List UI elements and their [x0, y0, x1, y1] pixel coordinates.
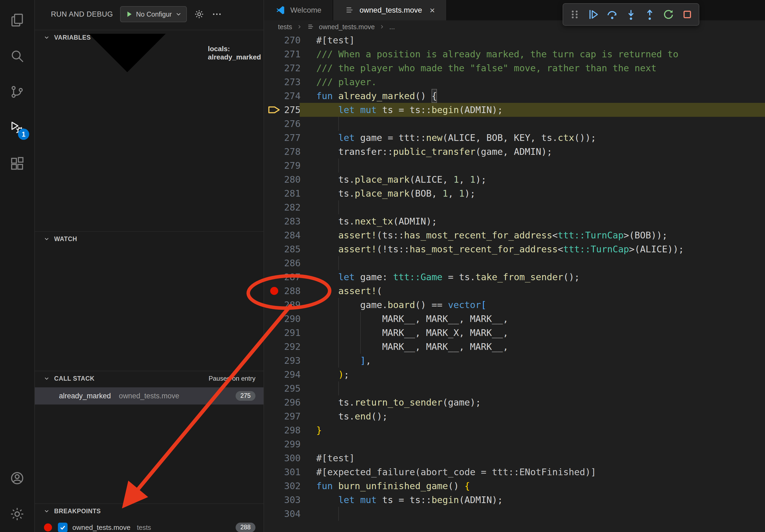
gutter-glyph-margin[interactable] [264, 507, 284, 521]
line-number[interactable]: 295 [284, 382, 300, 396]
gutter-glyph-margin[interactable] [264, 270, 284, 284]
line-number[interactable]: 273 [284, 75, 300, 89]
gutter-glyph-margin[interactable] [264, 451, 284, 465]
code-line-content[interactable]: ts.return_to_sender(game); [300, 396, 765, 409]
breakpoints-section-header[interactable]: BREAKPOINTS [35, 503, 264, 518]
line-number[interactable]: 282 [284, 200, 300, 214]
code-line-content[interactable]: ts.next_tx(ADMIN); [300, 214, 765, 228]
gutter-glyph-margin[interactable] [264, 298, 284, 312]
gutter-glyph-margin[interactable] [264, 312, 284, 326]
search-icon[interactable] [0, 38, 35, 74]
line-number[interactable]: 298 [284, 423, 300, 437]
code-line-content[interactable]: /// player. [300, 75, 765, 89]
gutter-glyph-margin[interactable] [264, 158, 284, 172]
code-line-content[interactable]: assert!(!ts::has_most_recent_for_address… [300, 242, 765, 256]
code-line-content[interactable]: fun burn_unfinished_game() { [300, 479, 765, 493]
line-number[interactable]: 284 [284, 228, 300, 242]
line-number[interactable]: 296 [284, 396, 300, 409]
code-line-content[interactable]: ts.place_mark(ALICE, 1, 1); [300, 172, 765, 186]
gutter-glyph-margin[interactable] [264, 145, 284, 158]
code-line-content[interactable] [300, 437, 765, 451]
gutter-glyph-margin[interactable] [264, 284, 284, 298]
line-number[interactable]: 281 [284, 186, 300, 200]
stop-icon[interactable] [678, 6, 696, 23]
line-number[interactable]: 290 [284, 312, 300, 326]
more-actions-icon[interactable] [212, 9, 222, 20]
run-and-debug-icon[interactable]: 1 [0, 110, 35, 146]
code-line-content[interactable]: #[expected_failure(abort_code = ttt::ENo… [300, 465, 765, 479]
code-line-content[interactable]: } [300, 423, 765, 437]
tab-owned-tests-move[interactable]: owned_tests.move × [333, 0, 446, 20]
line-number[interactable]: 285 [284, 242, 300, 256]
accounts-icon[interactable] [0, 460, 35, 496]
step-into-icon[interactable] [622, 6, 640, 23]
gutter-glyph-margin[interactable] [264, 214, 284, 228]
code-line-content[interactable]: MARK__, MARK_X, MARK__, [300, 326, 765, 340]
gutter-glyph-margin[interactable] [264, 89, 284, 103]
gutter-glyph-margin[interactable] [264, 200, 284, 214]
code-line-content[interactable]: game.board() == vector[ [300, 298, 765, 312]
gutter-glyph-margin[interactable] [264, 47, 284, 61]
gutter-glyph-margin[interactable] [264, 396, 284, 409]
gutter-glyph-margin[interactable] [264, 479, 284, 493]
toolbar-drag-handle[interactable] [566, 6, 583, 23]
line-number[interactable]: 271 [284, 47, 300, 61]
step-out-icon[interactable] [641, 6, 659, 23]
code-line-content[interactable]: #[test] [300, 33, 765, 47]
gutter-glyph-margin[interactable] [264, 172, 284, 186]
code-line-content[interactable]: let game: ttt::Game = ts.take_from_sende… [300, 270, 765, 284]
line-number[interactable]: 279 [284, 158, 300, 172]
watch-section-header[interactable]: WATCH [35, 231, 264, 246]
line-number[interactable]: 280 [284, 172, 300, 186]
breadcrumb-file[interactable]: owned_tests.move [319, 23, 375, 31]
line-number[interactable]: 299 [284, 437, 300, 451]
code-line-content[interactable]: let game = ttt::new(ALICE, BOB, KEY, ts.… [300, 131, 765, 145]
line-number[interactable]: 301 [284, 465, 300, 479]
breakpoint-list-row[interactable]: owned_tests.move tests 288 [35, 520, 264, 532]
code-line-content[interactable]: ], [300, 354, 765, 368]
gutter-glyph-margin[interactable] [264, 61, 284, 75]
line-number[interactable]: 294 [284, 368, 300, 382]
line-number[interactable]: 297 [284, 409, 300, 423]
code-line-content[interactable] [300, 382, 765, 396]
gutter-glyph-margin[interactable] [264, 242, 284, 256]
line-number[interactable]: 292 [284, 340, 300, 354]
code-line-content[interactable]: ts.place_mark(BOB, 1, 1); [300, 186, 765, 200]
code-line-content[interactable] [300, 200, 765, 214]
line-number[interactable]: 270 [284, 33, 300, 47]
breadcrumb-folder[interactable]: tests [278, 23, 292, 31]
gutter-glyph-margin[interactable] [264, 354, 284, 368]
code-line-content[interactable] [300, 117, 765, 131]
line-number[interactable]: 277 [284, 131, 300, 145]
code-line-content[interactable]: #[test] [300, 451, 765, 465]
code-line-content[interactable]: /// When a position is already marked, t… [300, 47, 765, 61]
breakpoint-dot[interactable] [270, 287, 278, 295]
code-line-content[interactable]: fun already_marked() { [300, 89, 765, 103]
breakpoint-checkbox[interactable] [58, 523, 68, 532]
line-number[interactable]: 288 [284, 284, 300, 298]
line-number[interactable]: 286 [284, 256, 300, 270]
source-control-icon[interactable] [0, 74, 35, 110]
line-number[interactable]: 291 [284, 326, 300, 340]
gutter-glyph-margin[interactable] [264, 437, 284, 451]
gutter-glyph-margin[interactable] [264, 382, 284, 396]
gutter-glyph-margin[interactable] [264, 33, 284, 47]
code-line-content[interactable]: assert!(ts::has_most_recent_for_address<… [300, 228, 765, 242]
breadcrumb-more[interactable]: ... [389, 23, 395, 31]
gutter-glyph-margin[interactable] [264, 423, 284, 437]
line-number[interactable]: 276 [284, 117, 300, 131]
line-number[interactable]: 289 [284, 298, 300, 312]
gutter-glyph-margin[interactable] [264, 493, 284, 507]
line-number[interactable]: 293 [284, 354, 300, 368]
code-line-content[interactable]: transfer::public_transfer(game, ADMIN); [300, 145, 765, 158]
code-line-content[interactable] [300, 158, 765, 172]
line-number[interactable]: 278 [284, 145, 300, 158]
gutter-glyph-margin[interactable] [264, 131, 284, 145]
line-number[interactable]: 303 [284, 493, 300, 507]
code-line-content[interactable]: let mut ts = ts::begin(ADMIN); [300, 493, 765, 507]
code-line-content[interactable] [300, 256, 765, 270]
gutter-glyph-margin[interactable] [264, 465, 284, 479]
code-editor[interactable]: 270#[test]271/// When a position is alre… [264, 33, 765, 532]
tab-welcome[interactable]: Welcome [264, 0, 333, 20]
code-line-content[interactable]: MARK__, MARK__, MARK__, [300, 312, 765, 326]
